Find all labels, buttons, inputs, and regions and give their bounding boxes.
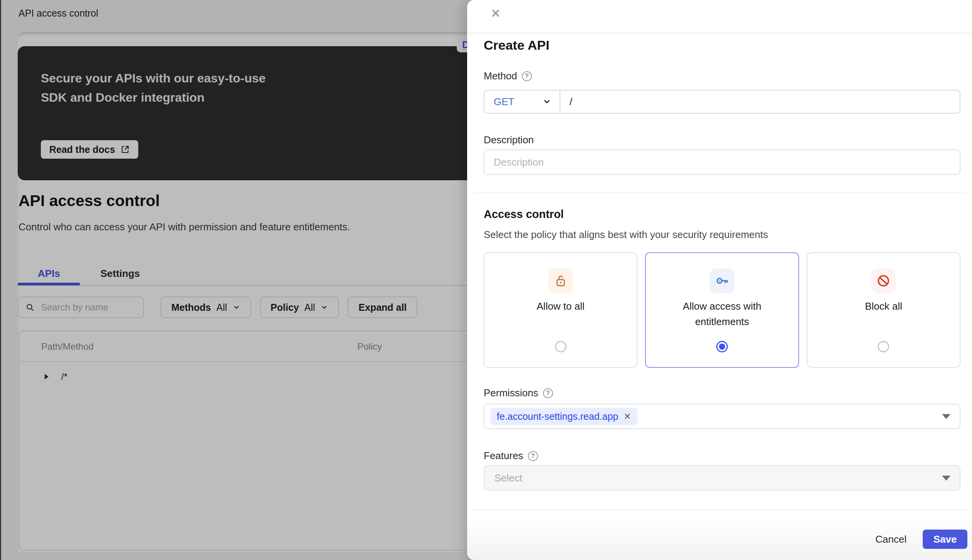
help-icon[interactable]: ? [528,451,538,461]
permissions-label-row: Permissions ? [484,387,553,399]
drawer-footer: Cancel Save [467,518,972,560]
close-icon[interactable]: ✕ [488,6,503,21]
policy-card-label: Allow to all [500,298,622,314]
dropdown-caret-icon [942,476,950,481]
drawer-title: Create API [484,38,550,53]
key-icon [710,268,734,293]
description-label-row: Description [484,134,534,146]
access-control-subtitle: Select the policy that aligns best with … [484,229,768,241]
unlock-icon [548,268,573,293]
description-input[interactable] [484,149,960,175]
help-icon[interactable]: ? [543,388,553,398]
policy-card-label: Block all [823,298,944,314]
permission-tag: fe.account-settings.read.app ✕ [491,408,637,425]
help-icon[interactable]: ? [522,71,532,81]
policy-radio-allow-to-all[interactable] [555,341,566,352]
method-label: Method [484,70,517,82]
dropdown-caret-icon [942,414,950,419]
policy-card-label: Allow access with entitlements [661,298,783,329]
features-select[interactable]: Select [484,465,960,491]
policy-card-allow-to-all[interactable]: Allow to all [484,252,637,368]
permissions-label: Permissions [484,387,538,399]
permissions-multiselect[interactable]: fe.account-settings.read.app ✕ [484,404,960,429]
save-button[interactable]: Save [923,530,967,549]
features-placeholder: Select [494,472,522,484]
method-label-row: Method ? [484,70,532,82]
method-input-group: GET [484,90,960,114]
policy-options: Allow to all Allow access with entitleme… [484,252,960,368]
remove-tag-icon[interactable]: ✕ [623,411,631,422]
create-api-drawer: ✕ Create API Method ? GET Description Ac… [467,0,972,560]
features-label-row: Features ? [484,450,538,462]
method-select-value: GET [494,96,514,108]
access-control-title: Access control [484,208,564,221]
block-icon [871,268,896,293]
method-select[interactable]: GET [484,91,560,113]
section-divider [474,193,967,193]
policy-radio-block-all[interactable] [878,341,889,352]
description-label: Description [484,134,534,146]
policy-card-allow-with-entitlements[interactable]: Allow access with entitlements [645,252,799,368]
footer-divider [474,509,967,510]
chevron-down-icon [543,97,551,106]
drawer-header-divider [467,33,972,34]
app-root: API access control Secure your APIs with… [0,0,972,560]
permission-tag-label: fe.account-settings.read.app [497,411,618,422]
policy-card-block-all[interactable]: Block all [807,252,960,368]
policy-radio-allow-with-entitlements[interactable] [716,341,728,352]
path-input[interactable] [560,91,960,113]
cancel-button[interactable]: Cancel [873,533,909,545]
features-label: Features [484,450,523,462]
